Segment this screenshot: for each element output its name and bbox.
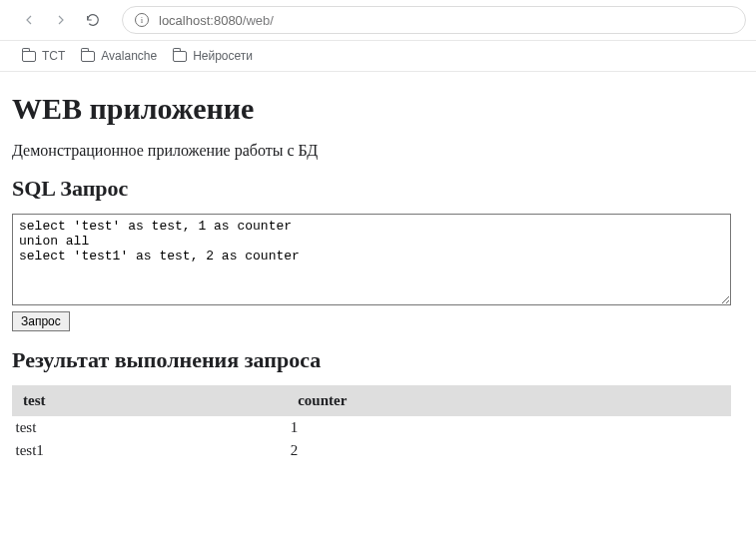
bookmark-label: TCT <box>42 49 65 63</box>
forward-button[interactable] <box>50 9 72 31</box>
arrow-left-icon <box>21 12 37 28</box>
back-button[interactable] <box>18 9 40 31</box>
table-cell: test1 <box>13 439 288 462</box>
sql-input[interactable] <box>12 214 731 305</box>
arrow-right-icon <box>53 12 69 28</box>
table-header-row: test counter <box>13 386 731 416</box>
url-host: localhost:8080/web/ <box>159 13 274 28</box>
bookmark-item[interactable]: Avalanche <box>81 49 157 63</box>
address-bar[interactable]: i localhost:8080/web/ <box>122 6 746 34</box>
table-cell: 2 <box>288 439 731 462</box>
page-subtitle: Демонстрационное приложение работы с БД <box>12 142 744 160</box>
bookmark-item[interactable]: Нейросети <box>173 49 253 63</box>
bookmarks-bar: TCT Avalanche Нейросети <box>0 41 756 72</box>
table-row: test1 2 <box>13 439 731 462</box>
submit-button[interactable]: Запрос <box>12 311 70 331</box>
table-row: test 1 <box>13 416 731 440</box>
browser-toolbar: i localhost:8080/web/ <box>0 0 756 41</box>
reload-button[interactable] <box>82 9 104 31</box>
folder-icon <box>22 51 36 62</box>
bookmark-label: Avalanche <box>101 49 157 63</box>
site-info-icon[interactable]: i <box>135 13 149 27</box>
reload-icon <box>85 12 101 28</box>
table-cell: 1 <box>288 416 731 440</box>
bookmark-item[interactable]: TCT <box>22 49 65 63</box>
folder-icon <box>81 51 95 62</box>
result-section-heading: Результат выполнения запроса <box>12 347 744 373</box>
result-table: test counter test 1 test1 2 <box>12 385 731 462</box>
table-cell: test <box>13 416 288 440</box>
folder-icon <box>173 51 187 62</box>
table-header: counter <box>288 386 731 416</box>
sql-section-heading: SQL Запрос <box>12 176 744 202</box>
bookmark-label: Нейросети <box>193 49 253 63</box>
table-header: test <box>13 386 288 416</box>
page-content: WEB приложение Демонстрационное приложен… <box>0 72 756 478</box>
page-title: WEB приложение <box>12 92 744 126</box>
